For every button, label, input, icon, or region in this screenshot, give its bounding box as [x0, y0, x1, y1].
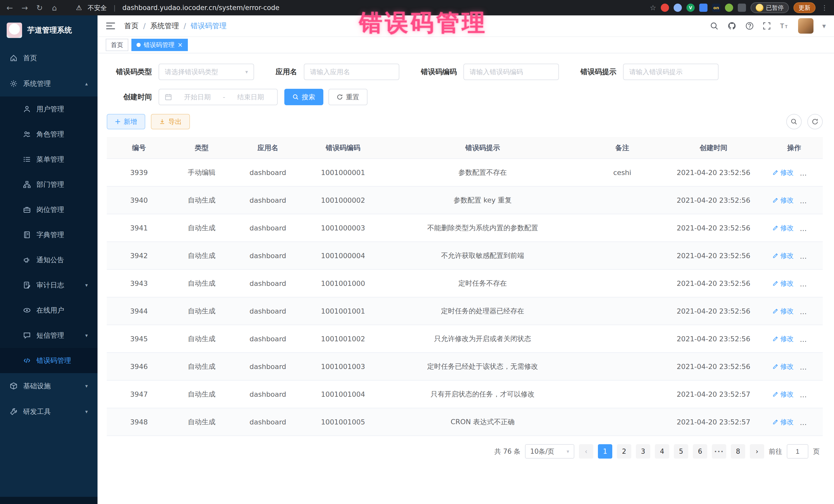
user-avatar[interactable] — [798, 18, 813, 34]
sidebar-item-departments[interactable]: 部门管理 — [0, 172, 97, 197]
search-button[interactable]: 搜索 — [284, 89, 323, 105]
goto-unit-label: 页 — [813, 447, 820, 456]
browser-update-button[interactable]: 更新 — [793, 2, 815, 13]
page-button-8[interactable]: 8 — [731, 444, 745, 459]
table-row: 3946 自动生成 dashboard 1001001003 定时任务已经处于该… — [107, 353, 823, 380]
reset-button[interactable]: 重置 — [328, 89, 368, 105]
error-code-input[interactable] — [463, 64, 559, 80]
edit-link[interactable]: 修改 — [773, 251, 794, 260]
close-icon[interactable]: × — [178, 42, 183, 48]
edit-link[interactable]: 修改 — [773, 223, 794, 233]
page-size-select[interactable]: 10条/页 ▾ — [525, 444, 574, 459]
edit-link[interactable]: 修改 — [773, 334, 794, 343]
profile-paused-badge[interactable]: 已暂停 — [751, 2, 789, 13]
edit-link[interactable]: 修改 — [773, 390, 794, 399]
chevron-down-icon[interactable]: ▼ — [822, 23, 826, 29]
breadcrumb-item-system[interactable]: 系统管理 — [150, 21, 179, 31]
bookmark-star-icon[interactable]: ☆ — [650, 4, 656, 12]
tab-error-codes[interactable]: 错误码管理 × — [131, 39, 188, 51]
cell-id: 3943 — [107, 269, 171, 297]
sidebar-item-audit-logs[interactable]: 审计日志 ▾ — [0, 272, 97, 298]
export-label: 导出 — [168, 117, 182, 126]
hamburger-icon[interactable] — [106, 22, 115, 30]
extension-green-v-icon[interactable]: V — [686, 4, 695, 12]
browser-reload-icon[interactable]: ↻ — [35, 3, 44, 12]
address-url[interactable]: dashboard.yudao.iocoder.cn/system/error-… — [123, 4, 280, 12]
browser-home-icon[interactable]: ⌂ — [50, 3, 59, 12]
app-name-input[interactable] — [304, 64, 399, 80]
extension-puzzle-icon[interactable] — [738, 4, 746, 12]
sidebar-item-home[interactable]: 首页 — [0, 45, 97, 71]
toggle-search-button[interactable] — [786, 114, 802, 129]
browser-back-icon[interactable]: ← — [5, 3, 14, 12]
breadcrumb-item-home[interactable]: 首页 — [124, 21, 138, 31]
cell-actions: 修改删除 — [766, 269, 823, 297]
page-button-3[interactable]: 3 — [636, 444, 650, 459]
sidebar-item-notices[interactable]: 通知公告 — [0, 247, 97, 272]
chevron-down-icon: ▾ — [85, 282, 88, 288]
sidebar-item-online-users[interactable]: 在线用户 — [0, 298, 97, 323]
help-icon[interactable] — [745, 22, 754, 30]
cell-type: 自动生成 — [171, 408, 232, 436]
page-button-2[interactable]: 2 — [617, 444, 631, 459]
browser-forward-icon[interactable]: → — [20, 3, 29, 12]
page-button-6[interactable]: 6 — [693, 444, 707, 459]
edit-link[interactable]: 修改 — [773, 362, 794, 371]
cell-msg: 只有开启状态的任务，才可以修改 — [382, 380, 583, 408]
sidebar-item-label: 用户管理 — [37, 105, 64, 114]
sidebar-item-menus[interactable]: 菜单管理 — [0, 147, 97, 172]
next-page-button[interactable]: › — [750, 444, 764, 459]
sidebar-item-dev-tools[interactable]: 研发工具 ▾ — [0, 399, 97, 424]
pagination-ellipsis[interactable]: ••• — [712, 444, 726, 459]
sidebar-item-sms[interactable]: 短信管理 ▾ — [0, 323, 97, 348]
sidebar-item-posts[interactable]: 岗位管理 — [0, 197, 97, 222]
browser-menu-icon[interactable]: ⋮ — [821, 4, 828, 12]
extension-leaf-icon[interactable] — [725, 4, 733, 12]
sidebar-item-label: 审计日志 — [37, 281, 64, 290]
search-icon[interactable] — [710, 22, 719, 30]
date-range-picker[interactable]: 开始日期 - 结束日期 — [159, 89, 278, 105]
github-icon[interactable] — [727, 21, 737, 30]
extension-red-icon[interactable] — [661, 4, 669, 12]
page-button-1[interactable]: 1 — [598, 444, 612, 459]
sidebar-item-error-codes[interactable]: 错误码管理 — [0, 348, 97, 373]
sidebar-item-dicts[interactable]: 字典管理 — [0, 222, 97, 247]
edit-link[interactable]: 修改 — [773, 418, 794, 426]
goto-page-input[interactable] — [787, 444, 808, 459]
filter-code-label: 错误码编码 — [421, 67, 457, 77]
tab-home[interactable]: 首页 — [106, 39, 128, 51]
sidebar-item-users[interactable]: 用户管理 — [0, 96, 97, 122]
app-logo[interactable]: 芋道管理系统 — [0, 15, 97, 45]
extension-on-icon[interactable]: on — [712, 4, 720, 12]
extension-blue-icon[interactable] — [674, 4, 682, 12]
sidebar-collapse-bar[interactable] — [0, 497, 97, 504]
cell-app: dashboard — [232, 159, 304, 186]
add-button[interactable]: 新增 — [107, 114, 145, 129]
prev-page-button[interactable]: ‹ — [579, 444, 593, 459]
page-button-4[interactable]: 4 — [655, 444, 669, 459]
fullscreen-icon[interactable] — [763, 22, 771, 30]
refresh-table-button[interactable] — [807, 114, 823, 129]
sidebar-item-system[interactable]: 系统管理 ▴ — [0, 71, 97, 96]
edit-link[interactable]: 修改 — [773, 168, 794, 177]
chevron-down-icon: ▾ — [245, 69, 248, 75]
sidebar-item-roles[interactable]: 角色管理 — [0, 122, 97, 147]
cell-id: 3948 — [107, 408, 171, 436]
column-header-actions: 操作 — [766, 137, 823, 159]
sidebar-item-infrastructure[interactable]: 基础设施 ▾ — [0, 373, 97, 399]
edit-link[interactable]: 修改 — [773, 196, 794, 205]
security-warning-icon[interactable]: ⚠ — [76, 4, 82, 12]
error-msg-input[interactable] — [623, 64, 719, 80]
security-label: 不安全 — [88, 4, 107, 12]
error-type-select[interactable]: 请选择错误码类型 ▾ — [159, 64, 254, 80]
edit-link[interactable]: 修改 — [773, 279, 794, 288]
browser-chrome: ← → ↻ ⌂ ⚠ 不安全 | dashboard.yudao.iocoder.… — [0, 0, 834, 15]
font-size-icon[interactable]: TT — [780, 22, 789, 30]
page-button-5[interactable]: 5 — [674, 444, 688, 459]
extension-grid-icon[interactable] — [699, 4, 707, 12]
edit-link[interactable]: 修改 — [773, 307, 794, 316]
search-icon — [791, 118, 797, 125]
start-date-placeholder: 开始日期 — [177, 93, 218, 102]
export-button[interactable]: 导出 — [151, 114, 190, 129]
breadcrumb-separator: / — [183, 22, 186, 30]
